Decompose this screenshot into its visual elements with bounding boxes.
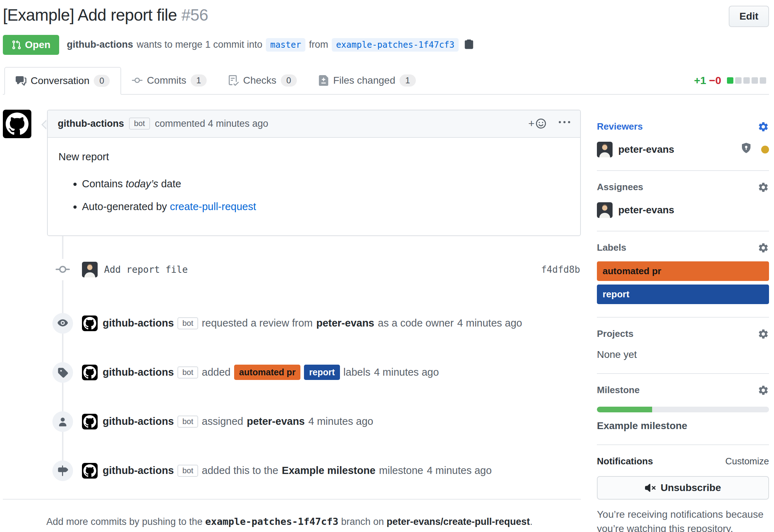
avatar-peter-evans[interactable] <box>597 142 613 157</box>
avatar-peter-evans[interactable] <box>82 262 98 277</box>
pull-request-page: [Example] Add report file #56 Edit Open … <box>0 0 774 532</box>
tab-label: Files changed <box>333 75 395 86</box>
projects-heading[interactable]: Projects <box>597 328 769 340</box>
tab-files-changed[interactable]: Files changed 1 <box>308 67 427 94</box>
conversation-pane: github-actions bot commented 4 minutes a… <box>3 95 581 527</box>
bot-badge: bot <box>129 118 150 130</box>
tab-checks[interactable]: Checks 0 <box>217 67 308 94</box>
assignee-row: peter-evans <box>597 202 769 218</box>
event-detail: as a code owner <box>378 317 454 329</box>
tab-commits[interactable]: Commits 1 <box>121 67 217 94</box>
gear-icon[interactable] <box>758 182 769 193</box>
tab-label: Checks <box>243 75 276 86</box>
milestone-icon <box>52 460 73 481</box>
labels-heading[interactable]: Labels <box>597 242 769 254</box>
label-report[interactable]: report <box>597 285 769 304</box>
commit-message[interactable]: Add report file <box>104 264 188 275</box>
commit-row: Add report file f4dfd8b <box>3 255 581 285</box>
merge-text-from: from <box>309 39 328 50</box>
tab-conversation[interactable]: Conversation 0 <box>4 67 121 95</box>
reviewer-name[interactable]: peter-evans <box>618 144 674 155</box>
state-badge-open: Open <box>3 35 59 55</box>
avatar-github-actions[interactable] <box>82 315 98 331</box>
unsubscribe-button[interactable]: Unsubscribe <box>597 476 769 500</box>
bullet-italic-text: today’s <box>126 178 158 189</box>
event-time[interactable]: 4 minutes ago <box>374 366 439 378</box>
comment-bullet-1: Contains today’s date <box>82 176 569 191</box>
pr-header: [Example] Add report file #56 Edit Open … <box>3 5 769 55</box>
kebab-menu-button[interactable] <box>559 117 570 131</box>
avatar-github-actions[interactable] <box>82 414 98 429</box>
add-reaction-button[interactable]: + <box>528 118 547 130</box>
event-text: github-actions bot added this to the Exa… <box>103 465 492 477</box>
page-title: [Example] Add report file #56 <box>3 5 708 26</box>
base-branch-chip[interactable]: master <box>266 38 305 52</box>
push-text: Add more commits by pushing to the <box>46 516 202 527</box>
deletions-count: −0 <box>709 74 721 87</box>
eye-icon <box>52 313 73 334</box>
reviewers-heading[interactable]: Reviewers <box>597 121 769 132</box>
event-text: github-actions bot added automated pr re… <box>103 365 439 380</box>
event-text: github-actions bot assigned peter-evans … <box>103 416 373 428</box>
label-automated-pr[interactable]: automated pr <box>597 261 769 281</box>
avatar-github-actions[interactable] <box>3 110 31 138</box>
tab-label: Conversation <box>31 75 89 87</box>
commit-sha[interactable]: f4dfd8b <box>541 264 580 275</box>
bullet-text: Contains <box>82 178 126 189</box>
bullet-text: date <box>158 178 181 189</box>
event-time[interactable]: 4 minutes ago <box>427 465 492 476</box>
assignees-heading[interactable]: Assignees <box>597 182 769 193</box>
gear-icon[interactable] <box>758 328 769 340</box>
head-branch-chip[interactable]: example-patches-1f47cf3 <box>332 38 459 52</box>
avatar-peter-evans[interactable] <box>597 202 613 218</box>
tab-count: 0 <box>281 74 297 87</box>
event-verb: added <box>202 366 231 378</box>
avatar-github-actions[interactable] <box>82 365 98 380</box>
event-actor[interactable]: github-actions <box>103 416 174 427</box>
sidebar: Reviewers peter-evans Assignees <box>597 95 769 532</box>
gear-icon[interactable] <box>758 385 769 396</box>
event-actor[interactable]: github-actions <box>103 465 174 476</box>
pr-author[interactable]: github-actions <box>67 39 133 50</box>
avatar-github-actions[interactable] <box>82 463 98 479</box>
comment-bullet-2: Auto-generated by create-pull-request <box>82 199 569 214</box>
comment-body: New report Contains today’s date Auto-ge… <box>48 138 580 235</box>
event-milestone-name[interactable]: Example milestone <box>282 465 376 476</box>
event-verb: requested a review from <box>202 317 313 329</box>
event-actor[interactable]: github-actions <box>103 366 174 378</box>
event-review-requested: github-actions bot requested a review fr… <box>3 313 581 334</box>
create-pull-request-link[interactable]: create-pull-request <box>170 201 256 212</box>
copy-branch-icon[interactable] <box>462 37 474 52</box>
push-instructions: Add more commits by pushing to the examp… <box>3 500 581 527</box>
milestone-heading[interactable]: Milestone <box>597 385 769 396</box>
edit-button[interactable]: Edit <box>729 6 769 27</box>
comment-text: New report <box>58 149 569 164</box>
file-diff-icon <box>318 75 329 86</box>
gear-icon[interactable] <box>758 242 769 254</box>
event-actor[interactable]: github-actions <box>103 317 174 329</box>
section-title: Labels <box>597 242 626 253</box>
comment-header: github-actions bot commented 4 minutes a… <box>48 110 580 138</box>
event-time[interactable]: 4 minutes ago <box>308 416 373 427</box>
pr-number: #56 <box>181 6 208 24</box>
event-target-user[interactable]: peter-evans <box>247 416 305 427</box>
git-commit-icon <box>56 259 70 280</box>
milestone-name[interactable]: Example milestone <box>597 420 769 432</box>
tab-count: 1 <box>191 74 207 87</box>
event-labeled: github-actions bot added automated pr re… <box>3 362 581 383</box>
reviewers-section: Reviewers peter-evans <box>597 110 769 171</box>
comment-author[interactable]: github-actions <box>58 118 124 129</box>
event-target-user[interactable]: peter-evans <box>316 317 374 329</box>
merge-text: wants to merge 1 commit into <box>137 39 263 50</box>
assignee-name[interactable]: peter-evans <box>618 204 674 216</box>
milestone-progress-bar <box>597 407 769 412</box>
notifications-section: Notifications Customize Unsubscribe You’… <box>597 445 769 532</box>
label-automated-pr[interactable]: automated pr <box>234 365 300 380</box>
person-icon <box>52 411 73 432</box>
gear-icon[interactable] <box>758 121 769 132</box>
customize-link[interactable]: Customize <box>725 456 769 467</box>
tab-count: 1 <box>399 74 416 87</box>
event-time[interactable]: 4 minutes ago <box>457 317 522 329</box>
label-report[interactable]: report <box>304 365 340 380</box>
diff-blocks <box>727 77 766 84</box>
